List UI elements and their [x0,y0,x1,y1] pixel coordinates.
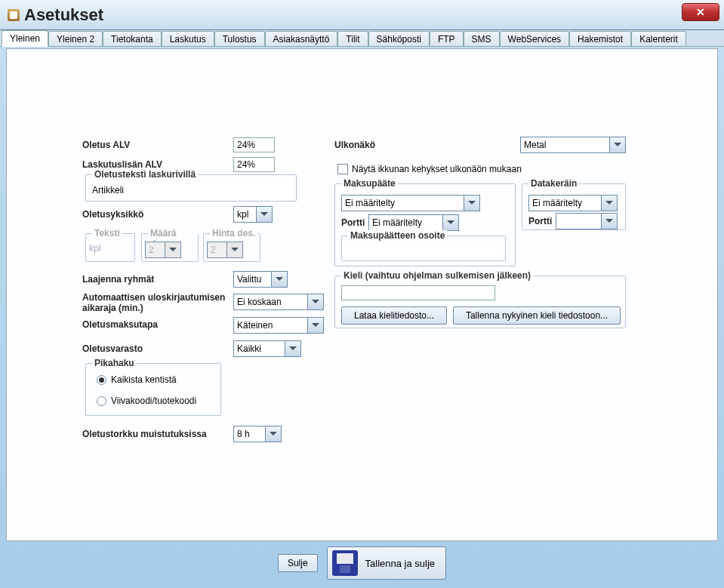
legend-maksu-osoite: Maksupäätteen osoite [348,230,447,241]
group-datakerain: Datakeräin Ei määritelty Portti [522,183,626,230]
tab-bar: Yleinen Yleinen 2 Tietokanta Laskutus Tu… [0,30,724,47]
combo-maksu-portti[interactable]: Ei määritelty [368,214,459,231]
chevron-down-icon [266,426,281,442]
tab-sahkoposti[interactable]: Sähköposti [368,31,430,46]
group-kieli: Kieli (vaihtuu ohjelman sulkemisen jälke… [334,276,626,328]
legend-hinta: Hinta des. [210,228,257,239]
group-teksti: Teksti kpl [85,233,135,262]
field-laskutuslisan-alv[interactable] [233,157,275,172]
tab-yleinen[interactable]: Yleinen [2,30,48,47]
label-laskutuslisan-alv: Laskutuslisän ALV [82,159,162,170]
chevron-down-icon [227,242,242,257]
chevron-down-icon [443,215,458,230]
label-maksutapa: Oletusmaksutapa [82,319,158,330]
group-maara: Määrä de... 2 [141,233,199,262]
close-button[interactable]: ✕ [682,3,719,21]
tab-hakemistot[interactable]: Hakemistot [569,31,631,46]
chevron-down-icon [610,137,625,152]
tab-webservices[interactable]: WebServices [500,31,569,46]
combo-hinta: 2 [207,242,243,258]
combo-torkku[interactable]: 8 h [233,426,282,442]
close-icon: ✕ [696,6,705,18]
legend-teksti: Teksti [92,228,122,239]
group-pikahaku: Pikahaku Kaikista kentistä Viivakoodi/tu… [85,363,221,416]
button-sulje[interactable]: Sulje [278,554,318,572]
legend-datakerain: Datakeräin [528,178,579,189]
tab-sms[interactable]: SMS [464,31,500,46]
button-tallenna-sulje[interactable]: Tallenna ja sulje [327,546,447,580]
tab-yleinen2[interactable]: Yleinen 2 [48,31,103,46]
legend-oletusteksti: Oletusteksti laskurivillä [92,169,198,180]
label-oletus-alv: Oletus ALV [82,140,130,150]
tab-kalenterit[interactable]: Kalenterit [631,31,686,46]
field-kieli[interactable] [341,285,495,300]
combo-maksutapa[interactable]: Käteinen [233,317,324,334]
combo-varasto[interactable]: Kaikki [233,340,301,357]
button-tallenna-kieli[interactable]: Tallenna nykyinen kieli tiedostoon... [453,306,621,325]
combo-ulkonako[interactable]: Metal [520,137,626,153]
group-hinta: Hinta des. 2 [203,233,260,262]
java-icon [8,9,20,21]
chevron-down-icon [602,195,617,211]
tab-tilit[interactable]: Tilit [337,31,368,46]
radio-dot-icon [97,375,106,385]
combo-datakerain[interactable]: Ei määritelty [528,195,618,211]
chevron-down-icon [285,341,300,356]
radio-viivakoodi[interactable]: Viivakoodi/tuotekoodi [97,396,196,406]
main-panel: Oletus ALV Laskutuslisän ALV Oletustekst… [6,48,718,541]
save-icon [332,550,358,576]
chevron-down-icon [272,272,287,287]
legend-maksupaate: Maksupääte [341,178,398,189]
label-torkku: Oletustorkku muistutuksissa [82,429,207,439]
label-aikaraja-2: aikaraja (min.) [82,303,143,313]
combo-oletusyksikko[interactable]: kpl [233,206,273,223]
tab-asiakasnaytto[interactable]: Asiakasnäyttö [265,31,338,46]
footer: Sulje Tallenna ja sulje [6,543,718,583]
combo-aikaraja[interactable]: Ei koskaan [233,294,324,310]
combo-maksupaate[interactable]: Ei määritelty [341,195,480,211]
tab-tietokanta[interactable]: Tietokanta [103,31,162,46]
radio-kaikista[interactable]: Kaikista kentistä [97,374,177,385]
chevron-down-icon [308,294,323,309]
tab-laskutus[interactable]: Laskutus [162,31,214,46]
legend-pikahaku: Pikahaku [92,358,137,368]
label-data-portti: Portti [528,216,552,226]
group-maksu-osoite: Maksupäätteen osoite [341,236,506,261]
radio-dot-icon [97,396,106,406]
combo-maara: 2 [145,242,181,258]
button-lataa-kieli[interactable]: Lataa kielitiedosto... [341,306,447,325]
window-title: Asetukset [24,5,103,25]
label-maksu-portti: Portti [341,217,365,228]
field-maksu-osoite[interactable] [345,244,501,259]
check-nayta-ikkunan[interactable]: Näytä ikkunan kehykset ulkonäön mukaan [337,164,522,174]
field-oletusteksti[interactable] [89,183,291,198]
label-laajenna: Laajenna ryhmät [82,274,154,285]
combo-oletusyksikko-value: kpl [234,207,257,222]
titlebar: Asetukset ✕ [0,0,724,30]
field-oletus-alv[interactable] [233,137,275,152]
chevron-down-icon [602,214,617,229]
label-varasto: Oletusvarasto [82,343,143,354]
chevron-down-icon [464,195,479,211]
field-teksti: kpl [89,243,100,254]
chevron-down-icon [165,242,180,257]
legend-kieli: Kieli (vaihtuu ohjelman sulkemisen jälke… [341,270,533,281]
label-aikaraja-1: Automaattisen uloskirjautumisen [82,292,225,303]
chevron-down-icon [308,318,323,333]
group-maksupaate: Maksupääte Ei määritelty Portti Ei määri… [334,183,516,266]
combo-data-portti[interactable] [556,213,618,229]
checkbox-icon [337,164,348,174]
label-oletusyksikko: Oletusyksikkö [82,209,143,220]
group-oletusteksti: Oletusteksti laskurivillä [85,174,297,202]
chevron-down-icon [257,207,272,222]
tab-ftp[interactable]: FTP [430,31,464,46]
combo-laajenna[interactable]: Valittu [233,271,288,288]
tab-tulostus[interactable]: Tulostus [214,31,265,46]
label-ulkonako: Ulkonäkö [334,140,375,150]
